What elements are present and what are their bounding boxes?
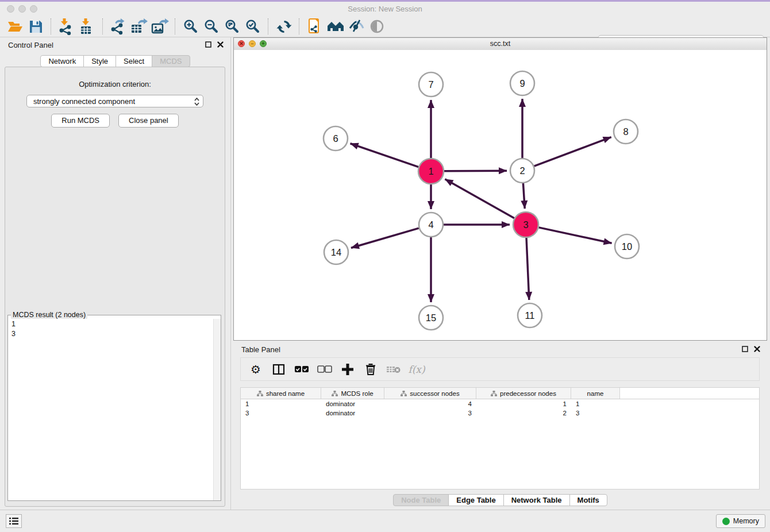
graph-edge-2-8[interactable] — [534, 137, 611, 167]
graph-edge-4-14[interactable] — [351, 228, 419, 248]
result-scrollbar[interactable] — [213, 319, 221, 500]
apply-layout-button[interactable] — [274, 17, 294, 36]
import-network-button[interactable] — [56, 17, 77, 36]
gear-icon: ⚙ — [251, 363, 261, 376]
network-view-window: ✕ − + scc.txt 1234678910111415 — [233, 37, 767, 341]
graph-edge-3-11[interactable] — [526, 238, 529, 300]
home-button[interactable] — [325, 17, 346, 36]
split-pane-icon — [272, 364, 285, 375]
zoom-in-button[interactable] — [180, 17, 201, 36]
create-column-button[interactable] — [337, 360, 358, 379]
optimization-dropdown[interactable]: strongly connected component — [26, 95, 203, 107]
table-cell[interactable]: 3 — [384, 408, 476, 418]
zoom-fit-button[interactable] — [222, 17, 242, 36]
tab-motifs[interactable]: Motifs — [569, 494, 607, 506]
control-panel-tabs: NetworkStyleSelectMCDS — [0, 55, 230, 67]
eye-button[interactable] — [367, 17, 387, 36]
zoom-selected-button[interactable] — [242, 17, 263, 36]
column-label: shared name — [266, 390, 305, 397]
graph-node-label: 4 — [428, 219, 433, 230]
split-pane-button[interactable] — [268, 360, 289, 379]
float-panel-icon[interactable] — [205, 41, 211, 48]
table-cell[interactable]: 4 — [384, 399, 476, 408]
table-cell[interactable]: 1 — [476, 399, 571, 408]
column-header-successor-nodes[interactable]: successor nodes — [384, 388, 476, 399]
toolbar-separator — [102, 18, 103, 34]
tab-network[interactable]: Network — [40, 55, 84, 67]
open-folder-icon — [7, 20, 23, 33]
table-cell[interactable]: dominator — [321, 399, 384, 408]
export-table-button[interactable] — [129, 17, 149, 36]
table-panel: Table Panel ⚙ — [233, 342, 767, 509]
network-window-titlebar: ✕ − + scc.txt — [234, 38, 767, 51]
control-panel-title: Control Panel — [8, 41, 53, 49]
export-image-button[interactable] — [149, 17, 170, 36]
float-panel-icon[interactable] — [742, 346, 748, 352]
table-settings-button[interactable]: ⚙ — [245, 360, 266, 379]
deselect-all-columns-button[interactable] — [314, 360, 335, 379]
copy-network-button[interactable] — [305, 17, 325, 36]
function-builder-button[interactable]: f(x) — [406, 360, 427, 379]
table-cell[interactable]: 1 — [571, 399, 620, 408]
copy-network-icon — [307, 18, 323, 35]
mcds-result-box: MCDS result (2 nodes) 13 — [7, 311, 221, 501]
import-table-button[interactable] — [77, 17, 98, 36]
tab-select[interactable]: Select — [116, 55, 152, 67]
graph-node-label: 9 — [519, 78, 525, 88]
select-all-icon — [294, 365, 309, 373]
mcds-result-text[interactable]: 13 — [8, 319, 214, 500]
table-cell[interactable]: dominator — [321, 408, 384, 418]
run-mcds-button[interactable]: Run MCDS — [51, 114, 110, 128]
node-table-body: 1dominator4113dominator323 — [241, 399, 759, 418]
refresh-layout-icon — [276, 19, 292, 34]
open-session-button[interactable] — [5, 17, 25, 36]
network-window-title: scc.txt — [234, 38, 767, 50]
graph-node-label: 6 — [333, 133, 338, 144]
graph-node-label: 11 — [525, 310, 534, 321]
close-panel-icon[interactable] — [754, 346, 760, 352]
tab-network-table[interactable]: Network Table — [503, 494, 570, 506]
tab-style[interactable]: Style — [83, 55, 116, 67]
column-header-predecessor-nodes[interactable]: predecessor nodes — [476, 388, 571, 399]
tab-node-table[interactable]: Node Table — [393, 494, 449, 506]
tab-mcds[interactable]: MCDS — [152, 55, 190, 67]
tab-edge-table[interactable]: Edge Table — [448, 494, 503, 506]
export-network-button[interactable] — [108, 17, 129, 36]
zoom-fit-icon — [224, 18, 240, 34]
table-cell[interactable]: 3 — [571, 408, 620, 418]
graph-node-label: 15 — [426, 313, 436, 323]
table-row: 3dominator323 — [241, 408, 759, 418]
table-row: 1dominator411 — [241, 399, 759, 408]
node-table-header: shared nameMCDS rolesuccessor nodesprede… — [241, 388, 759, 399]
zoom-out-button[interactable] — [201, 17, 222, 36]
task-history-button[interactable] — [6, 514, 22, 528]
graph-node-label: 3 — [523, 219, 528, 230]
table-panel-title: Table Panel — [241, 345, 280, 354]
delete-table-icon — [386, 365, 401, 374]
select-all-columns-button[interactable] — [291, 360, 312, 379]
function-builder-icon: f(x) — [408, 364, 425, 375]
table-cell[interactable]: 2 — [476, 408, 571, 418]
result-line: 3 — [11, 329, 210, 339]
memory-button[interactable]: Memory — [716, 514, 765, 528]
graph-edge-2-3[interactable] — [523, 183, 525, 209]
toolbar-separator — [268, 18, 269, 34]
delete-table-button[interactable] — [383, 360, 404, 379]
column-header-name[interactable]: name — [571, 388, 620, 399]
column-header-shared-name[interactable]: shared name — [241, 388, 321, 399]
graph-edge-1-2[interactable] — [444, 171, 507, 171]
column-header-mcds-role[interactable]: MCDS role — [321, 388, 384, 399]
table-cell[interactable]: 1 — [241, 399, 321, 408]
result-line: 1 — [11, 319, 210, 329]
network-canvas[interactable]: 1234678910111415 — [234, 50, 767, 340]
graph-edge-3-10[interactable] — [538, 228, 611, 243]
delete-column-button[interactable] — [360, 360, 381, 379]
graph-edge-3-1[interactable] — [445, 179, 514, 218]
graph-edge-1-6[interactable] — [351, 144, 419, 167]
table-cell[interactable]: 3 — [241, 408, 321, 418]
show-graphics-button[interactable] — [346, 17, 367, 36]
save-session-button[interactable] — [25, 17, 46, 36]
close-panel-button[interactable]: Close panel — [118, 114, 179, 128]
column-label: name — [587, 390, 604, 397]
close-panel-icon[interactable] — [217, 41, 224, 48]
